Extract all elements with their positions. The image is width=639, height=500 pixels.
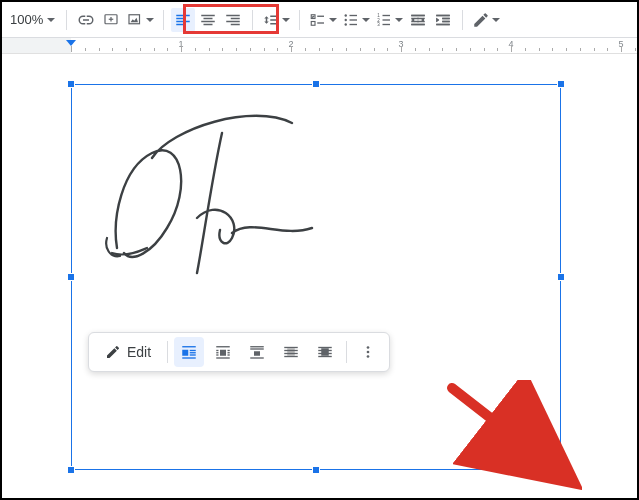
align-center-icon [199,11,217,29]
toolbar-separator [66,10,67,30]
svg-rect-21 [182,350,188,356]
link-icon [77,11,95,29]
toolbar-separator [252,10,253,30]
wrap-front-button[interactable] [310,337,340,367]
insert-link-button[interactable] [74,8,98,32]
floating-separator [167,341,168,363]
chevron-down-icon [146,18,154,22]
image-icon [126,11,144,29]
horizontal-ruler[interactable]: 12345 [2,38,637,54]
align-left-button[interactable] [171,8,195,32]
align-group [171,8,245,32]
resize-handle-middle-left[interactable] [67,273,75,281]
chevron-down-icon [395,18,403,22]
svg-rect-48 [321,348,329,356]
more-vert-icon [359,343,377,361]
wrap-break-button[interactable] [242,337,272,367]
decrease-indent-icon [409,11,427,29]
wrap-front-icon [316,343,334,361]
resize-handle-top-middle[interactable] [312,80,320,88]
format-clear-dropdown[interactable] [470,8,502,32]
edit-label: Edit [127,344,151,360]
tools-group [470,8,502,32]
align-center-button[interactable] [196,8,220,32]
toolbar-separator [462,10,463,30]
svg-point-51 [367,355,370,358]
wrap-break-icon [248,343,266,361]
main-toolbar: 100% [2,2,637,38]
checklist-dropdown[interactable] [307,8,339,32]
chevron-down-icon [492,18,500,22]
image-options-toolbar: Edit [88,332,390,372]
signature-drawing[interactable] [82,98,342,298]
wrap-behind-icon [282,343,300,361]
resize-handle-top-right[interactable] [557,80,565,88]
svg-rect-39 [287,348,295,356]
floating-separator [346,341,347,363]
list-group: 123 [307,8,455,32]
line-spacing-icon [262,11,280,29]
chevron-down-icon [47,18,55,22]
increase-indent-button[interactable] [431,8,455,32]
svg-rect-3 [129,14,140,23]
more-options-button[interactable] [353,337,383,367]
decrease-indent-button[interactable] [406,8,430,32]
svg-point-9 [345,18,347,20]
chevron-down-icon [282,18,290,22]
zoom-dropdown[interactable]: 100% [6,8,59,32]
zoom-level-label: 100% [10,12,43,27]
align-right-icon [224,11,242,29]
bulleted-list-icon [342,11,360,29]
svg-point-50 [367,351,370,354]
insert-group [74,8,156,32]
svg-point-10 [345,23,347,25]
line-spacing-dropdown[interactable] [260,8,292,32]
wrap-behind-button[interactable] [276,337,306,367]
ruler-bg: 12345 [2,38,637,53]
insert-image-dropdown[interactable] [124,8,156,32]
svg-point-49 [367,346,370,349]
svg-rect-37 [254,351,260,356]
wrap-inline-button[interactable] [174,337,204,367]
checklist-icon [309,11,327,29]
wrap-inline-icon [180,343,198,361]
svg-point-8 [345,14,347,16]
resize-handle-bottom-left[interactable] [67,466,75,474]
align-left-icon [174,11,192,29]
align-right-button[interactable] [221,8,245,32]
resize-handle-middle-right[interactable] [557,273,565,281]
resize-handle-top-left[interactable] [67,80,75,88]
resize-handle-bottom-middle[interactable] [312,466,320,474]
toolbar-separator [163,10,164,30]
increase-indent-icon [434,11,452,29]
svg-rect-5 [312,21,316,25]
numbered-list-icon: 123 [375,11,393,29]
chevron-down-icon [362,18,370,22]
comment-icon [102,11,120,29]
pencil-icon [472,11,490,29]
resize-handle-bottom-right[interactable] [557,466,565,474]
edit-drawing-button[interactable]: Edit [95,337,161,367]
numbered-list-dropdown[interactable]: 123 [373,8,405,32]
svg-rect-27 [220,350,226,356]
document-canvas[interactable]: Edit [2,54,637,498]
toolbar-separator [299,10,300,30]
wrap-text-button[interactable] [208,337,238,367]
insert-comment-button[interactable] [99,8,123,32]
bulleted-list-dropdown[interactable] [340,8,372,32]
chevron-down-icon [329,18,337,22]
pencil-icon [105,344,121,360]
wrap-text-icon [214,343,232,361]
spacing-group [260,8,292,32]
svg-text:3: 3 [378,22,381,27]
